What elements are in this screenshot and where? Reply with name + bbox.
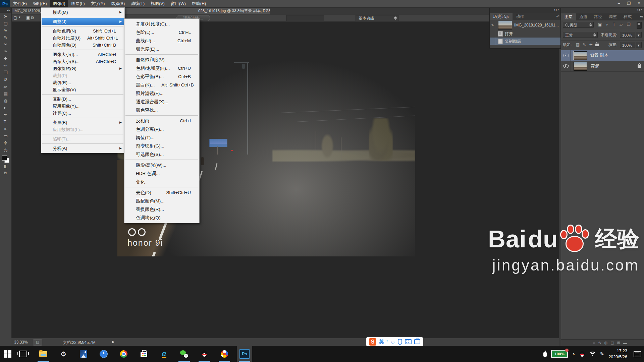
menu-item[interactable]: 照片滤镜(F)... [125, 89, 199, 98]
blend-mode-dropdown[interactable]: 正常 [563, 32, 598, 38]
menu-item[interactable]: 阴影/高光(W)... [125, 161, 199, 169]
visibility-toggle[interactable] [561, 61, 571, 71]
menubar-item[interactable]: 图层(L) [68, 0, 88, 7]
menu-item[interactable]: 应用图像(Y)... [42, 103, 124, 110]
wechat-button[interactable] [176, 346, 192, 362]
toolbox-collapse-icon[interactable]: ▸▸ [0, 7, 11, 13]
history-state-row[interactable]: 打开 [490, 30, 560, 38]
quick-mask-icon[interactable]: ◧ [4, 163, 7, 170]
panel-tab[interactable]: 历史记录 [490, 13, 513, 20]
marquee-tool-icon[interactable]: ▢ [4, 20, 8, 27]
delete-layer-icon[interactable]: ▬ [623, 341, 627, 345]
layer-row-background-copy[interactable]: 背景 副本 [561, 50, 644, 61]
filter-shape-icon[interactable]: ▱ [620, 22, 623, 27]
collapse-icon[interactable]: ◂◂ [553, 8, 556, 11]
pen-input-icon[interactable]: ✎ [600, 351, 604, 357]
menu-item[interactable]: 黑白(K)...Alt+Shift+Ctrl+B [125, 81, 199, 89]
filter-smart-object-icon[interactable]: ❐ [627, 22, 631, 27]
panel-tab[interactable]: 调整 [605, 13, 620, 20]
gradient-tool-icon[interactable]: ▤ [4, 90, 8, 97]
zoom-level[interactable]: 33.33% [14, 340, 28, 345]
type-tool-icon[interactable]: T [4, 118, 8, 125]
power-plug-icon[interactable] [543, 352, 547, 357]
menubar-item[interactable]: 帮助(H) [189, 0, 209, 7]
hand-tool-icon[interactable]: ✣ [4, 139, 8, 146]
close-button[interactable]: × [634, 0, 644, 7]
menubar-item[interactable]: 编辑(E) [30, 0, 50, 7]
clone-stamp-tool-icon[interactable]: ❐ [4, 69, 8, 76]
menu-item[interactable]: 亮度/对比度(C)... [125, 20, 199, 28]
menubar-item[interactable]: 文件(F) [10, 0, 30, 7]
menu-item[interactable]: 变量(B)▶ [42, 119, 124, 126]
battery-indicator[interactable]: 100% [551, 350, 568, 358]
status-arrow-icon[interactable]: ▶ [112, 340, 115, 344]
ms-store-button[interactable] [136, 346, 152, 362]
workspace-switcher[interactable]: 基本功能 [356, 15, 398, 21]
browser-2345-button[interactable] [217, 346, 232, 362]
menu-item[interactable]: 匹配颜色(M)... [125, 197, 199, 205]
opacity-field[interactable]: 100% [620, 32, 635, 38]
layer-name[interactable]: 背景 [590, 63, 638, 69]
tool-preset-dropdown-icon[interactable]: ▾ [19, 15, 20, 19]
tab-close-icon[interactable]: × [266, 7, 268, 14]
layer-style-icon[interactable]: fx [598, 341, 601, 345]
photos-button[interactable] [76, 346, 91, 362]
eyedropper-tool-icon[interactable]: ✑ [4, 48, 8, 55]
filter-type-icon[interactable]: T [613, 22, 615, 27]
collapse-icon[interactable]: ◂◂ [637, 8, 640, 11]
panel-menu-icon[interactable]: ▾≡ [640, 15, 643, 18]
screen-mode-icon[interactable]: ⧉ [4, 170, 7, 176]
history-brush-source-icon[interactable]: ✎ [490, 20, 496, 30]
filter-pixel-icon[interactable]: ▣ [598, 22, 602, 27]
fill-field[interactable]: 100% [620, 42, 635, 48]
filter-adjustment-icon[interactable]: ◑ [605, 22, 608, 27]
menu-item[interactable]: 自然饱和度(V)... [125, 56, 199, 64]
network-icon[interactable] [589, 352, 596, 356]
healing-brush-tool-icon[interactable]: ✚ [4, 55, 8, 62]
new-group-icon[interactable]: ▢ [610, 341, 614, 345]
menu-item[interactable]: 可选颜色(S)... [125, 150, 199, 159]
menu-item[interactable]: 替换颜色(R)... [125, 205, 199, 214]
lock-position-icon[interactable]: ✛ [589, 42, 593, 47]
crop-tool-icon[interactable]: ✂ [4, 41, 8, 48]
status-page-icon[interactable]: ▤ [33, 339, 42, 346]
tool-preset-icon[interactable]: ▢ [13, 15, 17, 20]
opacity-dropdown-icon[interactable]: ▾ [636, 32, 642, 38]
menu-item[interactable]: 计算(C)... [42, 110, 124, 117]
layer-filter-dropdown[interactable]: 类型 [563, 22, 594, 28]
close-icon[interactable]: × [641, 8, 642, 11]
close-icon[interactable]: × [557, 8, 559, 11]
sogou-lang-mode[interactable]: 英 [379, 339, 384, 345]
menu-item[interactable]: 色阶(L)...Ctrl+L [125, 28, 199, 37]
menu-item[interactable]: 调整(J)▶ [42, 18, 124, 25]
photoshop-taskbar-button[interactable]: Ps [237, 346, 252, 362]
history-brush-source-box[interactable] [490, 38, 496, 45]
eraser-tool-icon[interactable]: ▱ [4, 83, 8, 90]
pen-tool-icon[interactable]: ✒ [4, 111, 8, 118]
menu-item[interactable]: 模式(M)▶ [42, 9, 124, 16]
menu-item[interactable]: 曝光度(E)... [125, 45, 199, 53]
menu-item[interactable]: HDR 色调... [125, 169, 199, 178]
menu-item[interactable]: 裁切(R)... [42, 79, 124, 86]
file-explorer-button[interactable] [36, 346, 51, 362]
menu-item[interactable]: 变化... [125, 178, 199, 186]
panel-tab[interactable]: 动作 [513, 13, 527, 20]
internet-explorer-button[interactable]: e [156, 346, 172, 362]
settings-button[interactable]: ⚙ [56, 346, 71, 362]
menubar-item[interactable]: 视图(V) [148, 0, 168, 7]
menu-item[interactable]: 曲线(U)...Ctrl+M [125, 37, 199, 45]
menubar-item[interactable]: 文字(Y) [88, 0, 108, 7]
menu-item[interactable]: 图像大小(I)...Alt+Ctrl+I [42, 51, 124, 58]
layer-thumbnail[interactable] [574, 62, 587, 71]
sogou-logo-icon[interactable]: S [369, 338, 376, 346]
menubar-item[interactable]: 窗口(W) [168, 0, 189, 7]
chrome-button[interactable] [116, 346, 131, 362]
move-tool-icon[interactable]: ➤ [4, 13, 8, 20]
panel-menu-icon[interactable]: ▾≡ [556, 14, 559, 18]
menu-item[interactable]: 自动颜色(O)Shift+Ctrl+B [42, 42, 124, 49]
sogou-punctuation[interactable]: ’ [386, 339, 388, 345]
qq-button[interactable] [197, 346, 212, 362]
layer-name[interactable]: 背景 副本 [590, 53, 644, 58]
minimize-button[interactable]: – [614, 0, 624, 7]
lasso-tool-icon[interactable]: ∿ [4, 27, 8, 34]
